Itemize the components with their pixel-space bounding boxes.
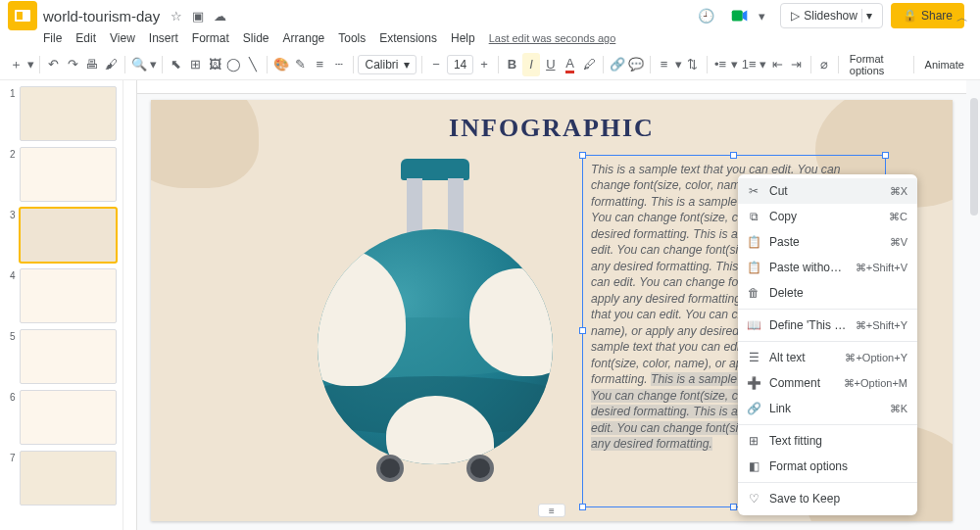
undo-button[interactable]: ↶ — [45, 53, 63, 76]
new-slide-dropdown[interactable]: ▾ — [27, 53, 34, 76]
zoom-dropdown[interactable]: ▾ — [150, 53, 157, 76]
redo-button[interactable]: ↷ — [64, 53, 81, 76]
line-tool[interactable]: ╲ — [245, 53, 263, 76]
numbered-dropdown[interactable]: ▾ — [760, 53, 766, 76]
border-color-button[interactable]: ✎ — [292, 53, 310, 76]
resize-handle[interactable] — [579, 152, 586, 159]
collapse-toolbar-button[interactable]: ︿ — [951, 6, 974, 29]
scrollbar-vertical[interactable] — [968, 80, 980, 530]
paint-format-button[interactable]: 🖌 — [103, 53, 121, 76]
context-menu-item[interactable]: 📖Define 'This is a sample te...'⌘+Shift+… — [738, 313, 917, 338]
slide-thumbnail-2[interactable] — [20, 147, 117, 202]
meet-icon[interactable] — [726, 2, 754, 29]
text-color-button[interactable]: A — [562, 53, 579, 76]
fill-color-button[interactable]: 🎨 — [272, 53, 290, 76]
shape-tool[interactable]: ◯ — [225, 53, 243, 76]
bold-button[interactable]: B — [504, 53, 521, 76]
menu-extensions[interactable]: Extensions — [379, 31, 437, 45]
numbered-list-button[interactable]: 1≡ — [740, 53, 758, 76]
thumb-number: 2 — [6, 149, 16, 160]
slide-thumbnail-6[interactable] — [20, 390, 117, 445]
resize-handle[interactable] — [730, 152, 737, 159]
last-edit-link[interactable]: Last edit was seconds ago — [489, 32, 616, 44]
move-icon[interactable]: ▣ — [190, 8, 206, 24]
underline-button[interactable]: U — [542, 53, 560, 76]
document-title[interactable]: world-tourism-day — [43, 8, 160, 24]
line-spacing-button[interactable]: ⇅ — [684, 53, 702, 76]
image-tool[interactable]: 🖼 — [206, 53, 223, 76]
resize-handle[interactable] — [579, 504, 586, 510]
align-button[interactable]: ≡ — [656, 53, 673, 76]
resize-handle[interactable] — [882, 152, 889, 159]
slideshow-button[interactable]: ▷ Slideshow ▾ — [780, 3, 883, 28]
indent-decrease-button[interactable]: ⇤ — [768, 53, 786, 76]
slide-thumbnail-7[interactable] — [20, 451, 117, 506]
animate-button[interactable]: Animate — [919, 59, 970, 71]
context-menu-shortcut: ⌘+Shift+V — [856, 262, 907, 274]
menu-arrange[interactable]: Arrange — [283, 31, 325, 45]
new-slide-button[interactable]: ＋ — [8, 53, 25, 76]
print-button[interactable]: 🖶 — [83, 53, 101, 76]
history-icon[interactable]: 🕘 — [693, 3, 718, 28]
chevron-down-icon[interactable]: ▾ — [861, 9, 872, 23]
context-menu-item[interactable]: 📋Paste without formatting⌘+Shift+V — [738, 255, 917, 280]
zoom-button[interactable]: 🔍 — [130, 53, 148, 76]
align-dropdown[interactable]: ▾ — [674, 53, 681, 76]
resize-handle[interactable] — [730, 504, 737, 510]
format-options-button[interactable]: Format options — [844, 53, 908, 76]
insert-comment-button[interactable]: 💬 — [627, 53, 645, 76]
border-weight-button[interactable]: ≡ — [311, 53, 328, 76]
font-size-increase[interactable]: + — [475, 53, 493, 76]
slide-title[interactable]: INFOGRAPHIC — [151, 114, 953, 143]
font-family-value: Calibri — [365, 58, 398, 72]
star-icon[interactable]: ☆ — [169, 8, 184, 24]
highlight-color-button[interactable]: 🖊 — [580, 53, 598, 76]
context-menu-icon: 📋 — [746, 234, 761, 250]
select-tool[interactable]: ⬉ — [168, 53, 185, 76]
insert-link-button[interactable]: 🔗 — [609, 53, 626, 76]
context-menu-item[interactable]: ⧉Copy⌘C — [738, 204, 917, 229]
context-menu-item[interactable]: ☰Alt text⌘+Option+Y — [738, 345, 917, 370]
context-menu-icon: 🗑 — [746, 285, 761, 301]
font-size-decrease[interactable]: − — [427, 53, 445, 76]
speaker-notes-toggle[interactable]: ≡ — [538, 504, 565, 517]
slide-thumbnail-5[interactable] — [20, 329, 117, 384]
thumb-number: 7 — [6, 453, 16, 463]
clear-formatting-button[interactable]: ⌀ — [815, 53, 833, 76]
border-dash-button[interactable]: ┄ — [330, 53, 348, 76]
menu-file[interactable]: File — [43, 31, 62, 45]
context-menu-item[interactable]: ♡Save to Keep — [738, 486, 917, 511]
context-menu-item[interactable]: ◧Format options — [738, 454, 917, 479]
menu-edit[interactable]: Edit — [75, 31, 96, 45]
resize-handle[interactable] — [579, 327, 586, 334]
context-menu-item[interactable]: 🔗Link⌘K — [738, 396, 917, 421]
menu-tools[interactable]: Tools — [338, 31, 366, 45]
context-menu-icon: ⧉ — [746, 209, 761, 224]
textbox-tool[interactable]: ⊞ — [187, 53, 205, 76]
context-menu-item[interactable]: ⊞Text fitting — [738, 428, 917, 454]
menu-help[interactable]: Help — [451, 31, 475, 45]
font-size-input[interactable]: 14 — [447, 55, 473, 74]
bullet-list-button[interactable]: •≡ — [711, 53, 729, 76]
menu-format[interactable]: Format — [192, 31, 229, 45]
slides-logo[interactable] — [8, 1, 37, 30]
context-menu-item[interactable]: ➕Comment⌘+Option+M — [738, 370, 917, 396]
meet-dropdown-icon[interactable]: ▾ — [754, 8, 769, 24]
menu-slide[interactable]: Slide — [243, 31, 270, 45]
bullet-dropdown[interactable]: ▾ — [731, 53, 738, 76]
slide-thumbnail-1[interactable] — [20, 86, 117, 141]
slide-thumbnail-4[interactable] — [20, 268, 117, 323]
context-menu-item[interactable]: ✂Cut⌘X — [738, 178, 917, 204]
menu-view[interactable]: View — [110, 31, 135, 45]
scrollbar-thumb[interactable] — [970, 98, 978, 216]
indent-increase-button[interactable]: ⇥ — [788, 53, 806, 76]
context-menu-icon: 📋 — [746, 260, 761, 275]
context-menu-item[interactable]: 🗑Delete — [738, 280, 917, 306]
menu-insert[interactable]: Insert — [149, 31, 178, 45]
cloud-status-icon[interactable]: ☁ — [212, 8, 227, 24]
font-family-select[interactable]: Calibri▾ — [358, 55, 416, 74]
globe-suitcase-image[interactable] — [308, 159, 563, 482]
context-menu-item[interactable]: 📋Paste⌘V — [738, 229, 917, 255]
slide-thumbnail-3[interactable] — [20, 208, 117, 263]
italic-button[interactable]: I — [522, 53, 540, 76]
